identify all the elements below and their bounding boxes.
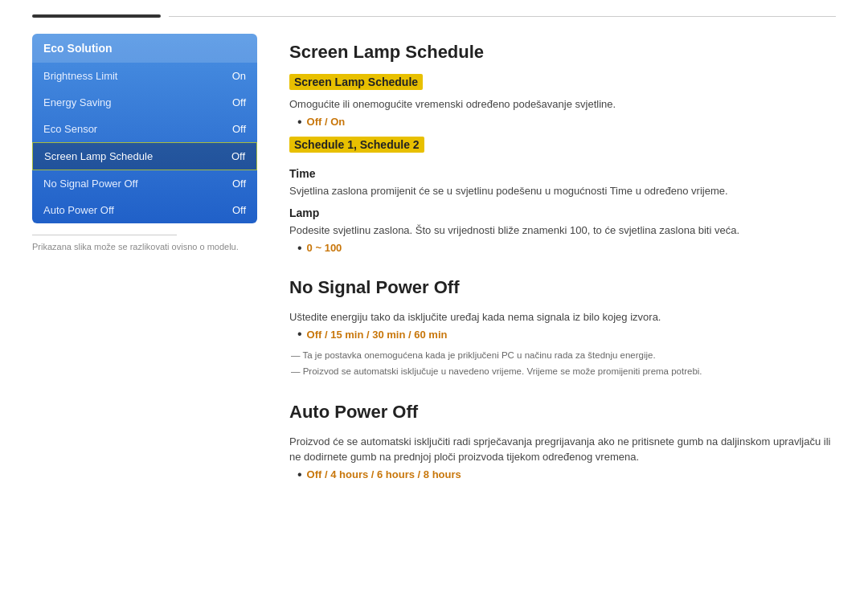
section-no-signal-power-off: No Signal Power Off Uštedite energiju ta… xyxy=(289,277,836,379)
sidebar-item-screen-lamp-schedule[interactable]: Screen Lamp Schedule Off xyxy=(32,142,257,170)
bullet-dot-2: • xyxy=(297,242,302,255)
sidebar-item-no-signal-power-off[interactable]: No Signal Power Off Off xyxy=(32,170,257,197)
section3-options-text: Off / 4 hours / 6 hours / 8 hours xyxy=(307,468,461,480)
top-bar xyxy=(0,0,868,18)
sidebar-item-auto-power-off-label: Auto Power Off xyxy=(43,204,114,216)
sidebar-title: Eco Solution xyxy=(32,34,257,63)
top-bar-accent xyxy=(32,14,161,18)
section2-title: No Signal Power Off xyxy=(289,277,836,298)
top-bar-line xyxy=(169,16,836,17)
section3-title: Auto Power Off xyxy=(289,402,836,423)
bullet-dot-4: • xyxy=(297,468,302,481)
content-area: Screen Lamp Schedule Screen Lamp Schedul… xyxy=(289,34,836,504)
section2-options-text: Off / 15 min / 30 min / 60 min xyxy=(307,329,448,341)
section1-desc3: Podesite svjetlinu zaslona. Što su vrije… xyxy=(289,223,836,239)
sidebar-item-brightness-limit-value: On xyxy=(232,70,246,82)
sidebar: Eco Solution Brightness Limit On Energy … xyxy=(32,34,257,504)
sidebar-item-screen-lamp-schedule-value: Off xyxy=(231,150,245,162)
sidebar-item-brightness-limit-label: Brightness Limit xyxy=(43,70,117,82)
section1-options1: • Off / On xyxy=(297,116,836,129)
section1-desc1: Omogućite ili onemogućite vremenski odre… xyxy=(289,96,836,112)
sidebar-item-eco-sensor-label: Eco Sensor xyxy=(43,123,97,135)
section1-heading2: Schedule 1, Schedule 2 xyxy=(289,137,424,153)
sidebar-divider xyxy=(32,235,177,235)
sidebar-item-auto-power-off[interactable]: Auto Power Off Off xyxy=(32,197,257,223)
sidebar-menu: Eco Solution Brightness Limit On Energy … xyxy=(32,34,257,223)
sidebar-note: Prikazana slika može se razlikovati ovis… xyxy=(32,240,257,251)
section1-options2-text: 0 ~ 100 xyxy=(307,242,342,254)
sidebar-item-no-signal-power-off-value: Off xyxy=(232,178,246,190)
section2-options: • Off / 15 min / 30 min / 60 min xyxy=(297,328,836,341)
sidebar-item-energy-saving-value: Off xyxy=(232,96,246,108)
section-auto-power-off: Auto Power Off Proizvod će se automatski… xyxy=(289,402,836,481)
sidebar-item-eco-sensor-value: Off xyxy=(232,123,246,135)
section-screen-lamp-schedule: Screen Lamp Schedule Screen Lamp Schedul… xyxy=(289,42,836,255)
section2-note2: Proizvod se automatski isključuje u nave… xyxy=(289,365,836,378)
bullet-dot-1: • xyxy=(297,116,302,129)
main-layout: Eco Solution Brightness Limit On Energy … xyxy=(0,18,868,520)
section2-note1: Ta je postavka onemogućena kada je prikl… xyxy=(289,349,836,362)
bullet-dot-3: • xyxy=(297,328,302,341)
sidebar-item-brightness-limit[interactable]: Brightness Limit On xyxy=(32,63,257,89)
section1-heading1: Screen Lamp Schedule xyxy=(289,74,423,90)
section3-options: • Off / 4 hours / 6 hours / 8 hours xyxy=(297,468,836,481)
sidebar-item-auto-power-off-value: Off xyxy=(232,204,246,216)
section2-desc1: Uštedite energiju tako da isključite ure… xyxy=(289,309,836,325)
section3-desc1: Proizvod će se automatski isključiti rad… xyxy=(289,434,836,465)
section1-options2: • 0 ~ 100 xyxy=(297,242,836,255)
section1-options1-text: Off / On xyxy=(307,116,346,128)
section1-sub2: Lamp xyxy=(289,206,836,219)
section1-sub1: Time xyxy=(289,167,836,180)
section1-title: Screen Lamp Schedule xyxy=(289,42,836,63)
sidebar-item-energy-saving-label: Energy Saving xyxy=(43,96,112,108)
sidebar-item-eco-sensor[interactable]: Eco Sensor Off xyxy=(32,116,257,142)
section1-desc2: Svjetlina zaslona promijenit će se u svj… xyxy=(289,183,836,199)
sidebar-item-no-signal-power-off-label: No Signal Power Off xyxy=(43,178,138,190)
sidebar-item-screen-lamp-schedule-label: Screen Lamp Schedule xyxy=(44,150,153,162)
sidebar-item-energy-saving[interactable]: Energy Saving Off xyxy=(32,89,257,116)
